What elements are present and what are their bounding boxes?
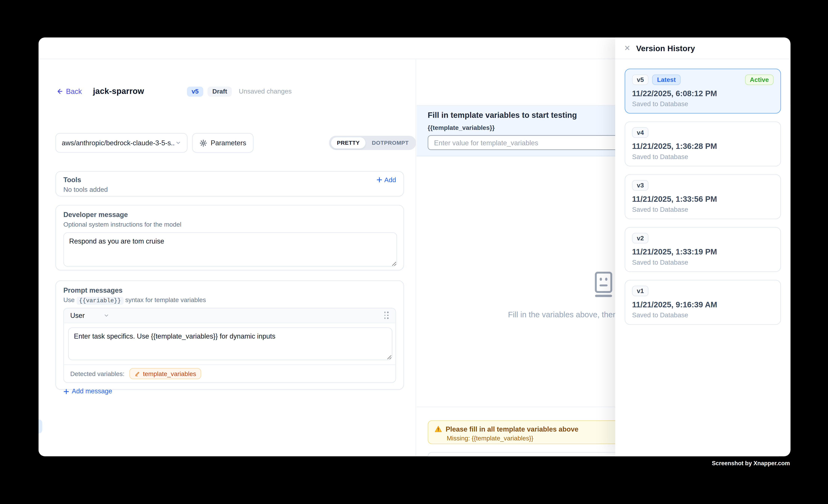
detected-variable-name: template_variables [143,370,196,377]
message-content-textarea[interactable]: Enter task specifics. Use {{template_var… [68,328,392,360]
warning-title-text: Please fill in all template variables ab… [446,425,578,433]
close-icon[interactable]: ✕ [624,44,630,52]
format-toggle: PRETTY DOTPROMPT [329,136,416,150]
version-card-v2[interactable]: v2 11/21/2025, 1:33:19 PM Saved to Datab… [625,227,781,272]
version-status: Saved to Database [632,206,774,213]
version-timestamp: 11/22/2025, 6:08:12 PM [632,89,774,98]
version-status: Saved to Database [632,153,774,161]
version-card-v4[interactable]: v4 11/21/2025, 1:36:28 PM Saved to Datab… [625,121,781,166]
version-history-panel: ✕ Version History v5 Latest Active 11/22… [615,37,791,456]
pencil-icon [134,371,140,377]
latest-badge: Latest [652,75,680,85]
active-badge: Active [745,75,774,85]
page-title: jack-sparrow [93,87,144,96]
prompt-messages-hint: Use {{variable}} syntax for template var… [64,296,396,303]
version-tag-badge: v1 [632,286,649,296]
edge-peek-tab [39,419,42,434]
version-timestamp: 11/21/2025, 9:16:39 AM [632,300,774,309]
version-tag-badge: v4 [632,127,649,138]
detected-variable-chip[interactable]: template_variables [129,368,202,379]
app-window: Back jack-sparrow v5 Draft Unsaved chang… [39,37,791,456]
message-role-select[interactable]: User [70,312,110,320]
bot-face-icon [592,271,615,298]
model-select[interactable]: aws/anthropic/bedrock-claude-3-5-s... [55,133,188,153]
parameters-button[interactable]: Parameters [192,133,253,153]
developer-message-textarea[interactable]: Respond as you are tom cruise [64,233,397,267]
prompt-message-body: Enter task specifics. Use {{template_var… [64,323,396,364]
version-timestamp: 11/21/2025, 1:36:28 PM [632,141,774,151]
version-status: Saved to Database [632,100,774,108]
tools-empty-text: No tools added [64,186,396,193]
version-list: v5 Latest Active 11/22/2025, 6:08:12 PM … [615,59,791,342]
version-badge: v5 [187,86,203,96]
editor-column: Back jack-sparrow v5 Draft Unsaved chang… [39,59,416,456]
prompt-messages-card: Prompt messages Use {{variable}} syntax … [55,281,404,390]
warning-icon [434,426,442,432]
prompt-message-header: User [64,308,396,323]
plus-icon [64,388,69,394]
version-tag-badge: v5 [632,75,649,85]
version-card-v3[interactable]: v3 11/21/2025, 1:33:56 PM Saved to Datab… [625,174,781,219]
model-toolbar: aws/anthropic/bedrock-claude-3-5-s... [55,133,416,153]
toggle-option-pretty[interactable]: PRETTY [331,137,366,149]
developer-message-card: Developer message Optional system instru… [55,205,404,270]
tools-card: Tools Add No tools added [55,171,404,197]
arrow-left-icon [55,88,63,95]
xnapper-watermark: Screenshot by Xnapper.com [0,460,790,466]
version-tag-badge: v3 [632,180,649,191]
chevron-down-icon [104,312,110,319]
tools-label: Tools [64,176,81,184]
version-status: Saved to Database [632,312,774,319]
version-status: Saved to Database [632,259,774,266]
add-message-button[interactable]: Add message [64,388,112,395]
version-history-header: ✕ Version History [615,37,791,59]
gear-icon [200,139,207,146]
add-message-label: Add message [72,388,112,395]
prompt-message-block: User Enter task specifics. Use {{templat… [64,308,396,383]
model-select-value: aws/anthropic/bedrock-claude-3-5-s... [62,139,175,147]
developer-message-label: Developer message [64,211,396,219]
parameters-label: Parameters [211,139,246,147]
toggle-option-dotprompt[interactable]: DOTPROMPT [366,137,415,149]
add-tool-label: Add [384,176,396,183]
draft-badge: Draft [208,86,232,96]
message-role-value: User [70,312,85,320]
back-label: Back [66,87,82,95]
detected-variables-row: Detected variables: template_variables [64,364,396,382]
screenshot-stage: Back jack-sparrow v5 Draft Unsaved chang… [0,0,828,504]
chevron-down-icon [175,140,181,146]
back-button[interactable]: Back [55,87,82,95]
prompt-messages-label: Prompt messages [64,286,396,294]
version-timestamp: 11/21/2025, 1:33:19 PM [632,247,774,256]
version-card-v1[interactable]: v1 11/21/2025, 9:16:39 AM Saved to Datab… [625,280,781,325]
variable-syntax-chip: {{variable}} [76,297,123,304]
unsaved-changes-label: Unsaved changes [239,88,292,95]
detected-variables-label: Detected variables: [70,370,124,377]
version-timestamp: 11/21/2025, 1:33:56 PM [632,195,774,203]
page-title-row: Back jack-sparrow v5 Draft Unsaved chang… [55,85,292,98]
version-card-v5[interactable]: v5 Latest Active 11/22/2025, 6:08:12 PM … [625,69,781,114]
drag-handle-icon[interactable] [384,312,389,320]
developer-message-hint: Optional system instructions for the mod… [64,221,396,228]
version-history-title: Version History [636,43,695,52]
add-tool-button[interactable]: Add [376,176,396,183]
plus-icon [376,177,382,183]
version-tag-badge: v2 [632,233,649,243]
